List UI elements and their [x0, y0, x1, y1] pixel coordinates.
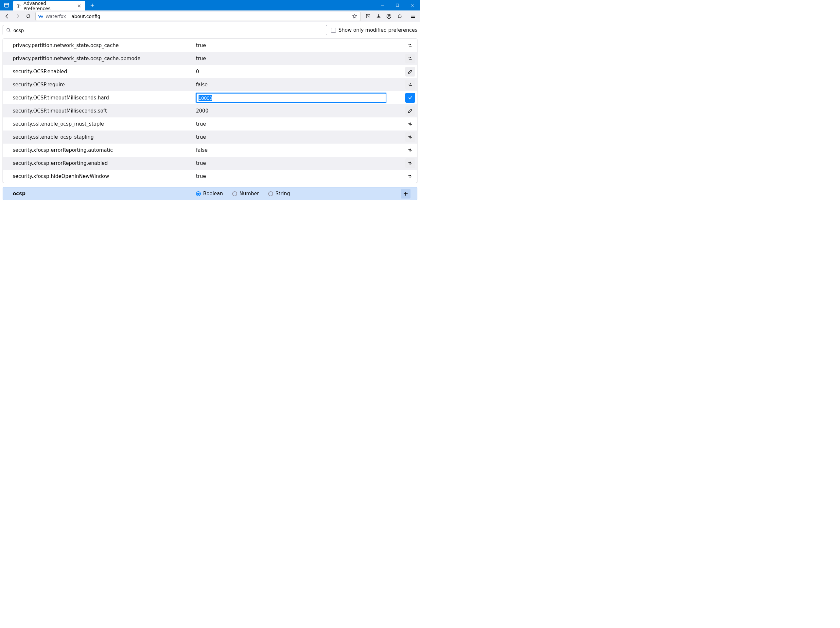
downloads-button[interactable] — [374, 12, 383, 21]
close-icon — [411, 3, 414, 7]
toggle-button[interactable] — [405, 80, 415, 90]
search-box[interactable] — [3, 25, 327, 35]
firefox-view-button[interactable] — [0, 0, 13, 11]
pref-row: security.OCSP.timeoutMilliseconds.soft20… — [3, 104, 417, 117]
brand-name: Waterfox — [46, 14, 66, 19]
pref-name: security.OCSP.require — [13, 82, 196, 88]
extensions-button[interactable] — [395, 12, 404, 21]
pref-row: privacy.partition.network_state.ocsp_cac… — [3, 39, 417, 52]
arrow-left-icon — [5, 14, 10, 19]
toggle-button[interactable] — [405, 41, 415, 50]
puzzle-icon — [397, 14, 402, 19]
app-menu-button[interactable] — [408, 12, 417, 21]
show-modified-checkbox[interactable]: Show only modified preferences — [331, 27, 417, 33]
waterfox-logo-icon — [38, 14, 44, 19]
reload-icon — [26, 14, 31, 19]
toggle-icon — [407, 174, 413, 179]
pencil-icon — [408, 109, 412, 113]
pref-row: security.OCSP.requirefalse — [3, 78, 417, 91]
reload-button[interactable] — [24, 12, 33, 21]
pref-value: false — [196, 82, 401, 88]
search-icon — [6, 28, 11, 32]
pref-value-input[interactable] — [196, 93, 386, 103]
pref-row: security.OCSP.timeoutMilliseconds.hard — [3, 91, 417, 104]
check-icon — [408, 96, 412, 100]
navbar: Waterfox about:config — [0, 11, 420, 22]
url-bar[interactable]: Waterfox about:config — [35, 12, 361, 21]
save-button[interactable] — [405, 93, 415, 103]
maximize-button[interactable] — [390, 0, 405, 11]
minimize-icon — [381, 3, 384, 7]
tab-close-button[interactable] — [77, 3, 82, 8]
pref-value: false — [196, 147, 401, 153]
plus-icon — [90, 3, 94, 7]
account-icon — [386, 14, 392, 19]
window-controls — [375, 0, 420, 11]
bookmark-button[interactable] — [351, 14, 358, 19]
add-pref-button[interactable] — [401, 189, 411, 199]
toggle-icon — [407, 43, 413, 48]
pencil-icon — [408, 69, 412, 74]
svg-rect-4 — [396, 4, 399, 6]
toggle-button[interactable] — [405, 158, 415, 168]
account-button[interactable] — [384, 12, 393, 21]
radio-string[interactable]: String — [268, 191, 290, 197]
radio-icon — [196, 191, 201, 196]
svg-point-8 — [7, 28, 10, 32]
back-button[interactable] — [3, 12, 12, 21]
minimize-button[interactable] — [375, 0, 390, 11]
plus-icon — [403, 191, 408, 196]
url-text: about:config — [72, 14, 349, 19]
add-pref-row: ocsp Boolean Number String — [3, 187, 417, 200]
firefox-view-icon — [4, 3, 9, 8]
toggle-button[interactable] — [405, 132, 415, 142]
pref-name: security.OCSP.timeoutMilliseconds.soft — [13, 108, 196, 114]
toggle-icon — [407, 148, 413, 153]
forward-button[interactable] — [13, 12, 22, 21]
pref-value: true — [196, 43, 401, 48]
pref-name: security.OCSP.timeoutMilliseconds.hard — [13, 95, 196, 101]
toggle-button[interactable] — [405, 171, 415, 181]
pref-name: privacy.partition.network_state.ocsp_cac… — [13, 43, 196, 48]
maximize-icon — [396, 3, 399, 7]
arrow-right-icon — [15, 14, 20, 19]
search-input[interactable] — [13, 27, 324, 33]
pref-name: privacy.partition.network_state.ocsp_cac… — [13, 55, 196, 62]
pref-row: security.OCSP.enabled0 — [3, 65, 417, 78]
pref-name: security.OCSP.enabled — [13, 69, 196, 74]
pref-row: security.ssl.enable_ocsp_must_stapletrue — [3, 117, 417, 131]
star-icon — [352, 14, 357, 19]
toggle-button[interactable] — [405, 119, 415, 129]
pref-row: security.xfocsp.errorReporting.automatic… — [3, 144, 417, 157]
hamburger-icon — [411, 14, 415, 19]
toggle-icon — [407, 121, 413, 126]
toggle-icon — [407, 82, 413, 87]
pref-value: true — [196, 121, 401, 127]
pref-row: privacy.partition.network_state.ocsp_cac… — [3, 52, 417, 65]
pref-name: security.xfocsp.errorReporting.enabled — [13, 160, 196, 166]
tab-active[interactable]: Advanced Preferences — [13, 1, 85, 11]
svg-line-9 — [9, 31, 11, 32]
download-icon — [376, 14, 381, 19]
url-identity[interactable]: Waterfox — [38, 14, 69, 19]
pref-name: security.xfocsp.hideOpenInNewWindow — [13, 174, 196, 179]
pref-name: security.xfocsp.errorReporting.automatic — [13, 147, 196, 153]
radio-number[interactable]: Number — [232, 191, 259, 197]
new-tab-button[interactable] — [88, 0, 97, 11]
edit-button[interactable] — [405, 106, 415, 116]
svg-rect-0 — [5, 3, 9, 7]
toggle-button[interactable] — [405, 145, 415, 155]
svg-point-7 — [388, 15, 390, 16]
pref-row: security.xfocsp.errorReporting.enabledtr… — [3, 157, 417, 170]
close-window-button[interactable] — [405, 0, 420, 11]
pref-value: 0 — [196, 69, 401, 74]
about-config-page: Show only modified preferences privacy.p… — [0, 22, 420, 314]
prefs-table: privacy.partition.network_state.ocsp_cac… — [3, 39, 417, 183]
radio-icon — [232, 191, 237, 196]
save-to-pocket-button[interactable] — [363, 12, 373, 21]
pocket-icon — [366, 14, 371, 19]
edit-button[interactable] — [405, 67, 415, 77]
toggle-button[interactable] — [405, 54, 415, 63]
radio-boolean[interactable]: Boolean — [196, 191, 223, 197]
radio-icon — [268, 191, 273, 196]
